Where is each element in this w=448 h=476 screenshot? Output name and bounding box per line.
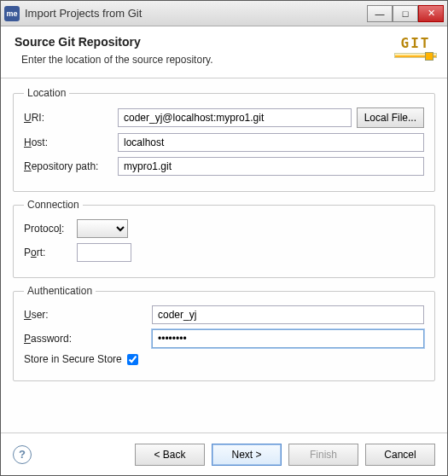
local-file-button[interactable]: Local File...	[357, 107, 424, 128]
store-label: Store in Secure Store	[24, 353, 122, 365]
finish-button[interactable]: Finish	[288, 444, 358, 466]
store-secure-checkbox[interactable]	[127, 354, 138, 365]
port-label: Port:	[24, 247, 77, 258]
repo-path-input[interactable]	[118, 157, 424, 176]
page-title: Source Git Repository	[15, 35, 433, 49]
connection-legend: Connection	[24, 199, 83, 211]
maximize-button[interactable]: □	[393, 5, 418, 22]
location-legend: Location	[24, 87, 69, 99]
password-label: Password:	[24, 333, 152, 345]
uri-input[interactable]	[118, 108, 352, 127]
wizard-header: Source Git Repository Enter the location…	[1, 26, 447, 78]
port-input[interactable]	[77, 243, 131, 262]
protocol-select[interactable]	[77, 219, 128, 238]
password-input[interactable]	[152, 329, 424, 348]
next-button[interactable]: Next >	[212, 444, 282, 466]
protocol-label: Protocol:	[24, 223, 77, 235]
uri-label: URI:	[24, 112, 118, 124]
cancel-button[interactable]: Cancel	[365, 444, 435, 466]
auth-legend: Authentication	[24, 285, 96, 297]
back-button[interactable]: < Back	[135, 444, 205, 466]
window-title: Import Projects from Git	[25, 7, 367, 20]
app-icon: me	[4, 6, 20, 21]
page-subtitle: Enter the location of the source reposit…	[21, 54, 433, 66]
host-input[interactable]	[118, 133, 424, 152]
close-button[interactable]: ✕	[418, 5, 444, 22]
help-icon[interactable]: ?	[13, 445, 32, 464]
auth-group: Authentication User: Password: Store in …	[13, 285, 435, 381]
connection-group: Connection Protocol: Port:	[13, 199, 435, 278]
git-icon: GIT	[394, 35, 437, 69]
titlebar[interactable]: me Import Projects from Git ― □ ✕	[1, 1, 447, 26]
host-label: Host:	[24, 136, 118, 148]
location-group: Location URI: Local File... Host: Reposi…	[13, 87, 435, 192]
wizard-window: me Import Projects from Git ― □ ✕ Source…	[0, 0, 448, 476]
minimize-button[interactable]: ―	[367, 5, 393, 22]
user-input[interactable]	[152, 305, 424, 324]
wizard-footer: ? < Back Next > Finish Cancel	[1, 432, 447, 475]
repo-path-label: Repository path:	[24, 160, 118, 172]
user-label: User:	[24, 309, 152, 321]
wizard-content: Location URI: Local File... Host: Reposi…	[1, 78, 447, 432]
window-controls: ― □ ✕	[367, 5, 444, 22]
